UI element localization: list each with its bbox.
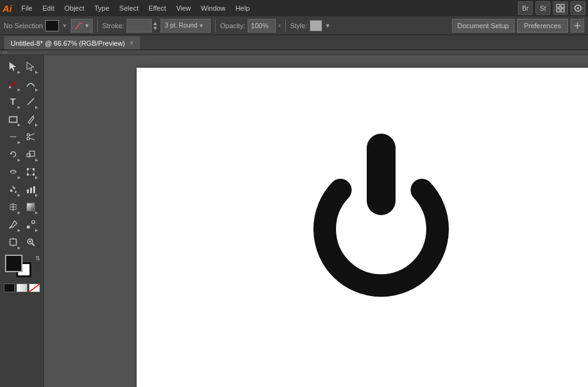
- svg-line-14: [33, 115, 34, 117]
- free-transform-tool[interactable]: ▶: [22, 163, 39, 181]
- swap-colors-icon[interactable]: ⇅: [35, 255, 40, 262]
- stroke-spinners[interactable]: ▲▼: [152, 21, 158, 31]
- svg-point-11: [9, 87, 11, 88]
- svg-line-51: [29, 284, 39, 292]
- svg-point-17: [27, 134, 29, 136]
- style-label: Style:: [290, 22, 308, 29]
- svg-rect-26: [33, 168, 34, 170]
- svg-rect-3: [561, 9, 564, 12]
- pen-tool[interactable]: ▶: [4, 75, 22, 93]
- artboard-tool[interactable]: ▶: [4, 233, 22, 251]
- gradient-tool[interactable]: ▶: [22, 198, 39, 216]
- svg-rect-42: [10, 239, 16, 245]
- select-tool[interactable]: ▶: [4, 58, 22, 75]
- svg-rect-33: [27, 189, 29, 193]
- svg-line-12: [28, 98, 34, 105]
- stroke-label: Stroke:: [102, 22, 124, 29]
- menu-file[interactable]: File: [17, 3, 37, 13]
- svg-point-18: [27, 137, 29, 140]
- curvature-tool[interactable]: ▶: [22, 75, 39, 93]
- document-tab[interactable]: Untitled-8* @ 66.67% (RGB/Preview) ×: [4, 36, 140, 50]
- opacity-input[interactable]: [248, 19, 276, 33]
- tool-row-shape: ▶ ▶: [0, 110, 43, 128]
- symbol-sprayer-tool[interactable]: ▶: [4, 181, 22, 198]
- gradient-mode-button[interactable]: [16, 284, 28, 292]
- bridge-icon[interactable]: Br: [518, 1, 533, 15]
- menu-edit[interactable]: Edit: [38, 3, 59, 13]
- sync-icon[interactable]: [570, 1, 585, 15]
- tool-row-symbol: ▶ ▶: [0, 181, 43, 198]
- blend-tool[interactable]: ▶: [22, 216, 39, 233]
- tab-close-button[interactable]: ×: [130, 40, 134, 46]
- zoom-tool[interactable]: [22, 233, 39, 251]
- menu-view[interactable]: View: [172, 3, 196, 13]
- opacity-expand[interactable]: ›: [278, 22, 280, 29]
- fill-color-swatch[interactable]: [45, 20, 59, 31]
- stroke-weight-input[interactable]: [127, 19, 152, 33]
- menu-help[interactable]: Help: [231, 3, 255, 13]
- rectangle-tool[interactable]: ▶: [4, 110, 22, 128]
- tab-bar: Untitled-8* @ 66.67% (RGB/Preview) ×: [0, 35, 588, 50]
- pencil-tool[interactable]: ▶: [22, 110, 39, 128]
- collapse-arrows-icon: «»: [3, 50, 8, 55]
- tool-row-type: T ▶ ▶: [0, 93, 43, 110]
- toolbox: ▶ ▶ ▶ ▶: [0, 55, 44, 387]
- svg-marker-9: [9, 62, 16, 71]
- tool-row-artboard: ▶: [0, 233, 43, 251]
- svg-line-48: [32, 243, 34, 246]
- menu-select[interactable]: Select: [115, 3, 143, 13]
- menu-effect[interactable]: Effect: [144, 3, 171, 13]
- selection-label: No Selection: [4, 22, 43, 29]
- color-mode-button[interactable]: [4, 284, 15, 292]
- column-graph-tool[interactable]: ▶: [22, 181, 39, 198]
- svg-rect-27: [27, 174, 29, 176]
- svg-point-40: [26, 226, 29, 229]
- collapse-bar[interactable]: «»: [0, 50, 588, 55]
- right-buttons: Document Setup Preferences: [452, 19, 584, 33]
- svg-point-29: [10, 189, 13, 192]
- canvas-area: [44, 55, 588, 387]
- scissors-tool[interactable]: [22, 128, 39, 146]
- options-toolbar: No Selection ▼ ▼ Stroke: ▲▼ 3 pt. Round …: [0, 16, 588, 35]
- type-tool[interactable]: T ▶: [4, 93, 22, 110]
- arrange-button[interactable]: [570, 19, 584, 33]
- svg-line-19: [29, 134, 34, 135]
- eyedropper-tool[interactable]: ▶: [4, 216, 22, 233]
- svg-rect-34: [30, 188, 32, 193]
- app-logo: Ai: [3, 3, 12, 14]
- tool-row-transform: ▶ ▶: [0, 146, 43, 163]
- menu-type[interactable]: Type: [90, 3, 114, 13]
- tool-row-mesh: ▶ ▶: [0, 198, 43, 216]
- svg-marker-10: [27, 62, 34, 71]
- menu-window[interactable]: Window: [197, 3, 230, 13]
- scale-tool[interactable]: ▶: [22, 146, 39, 163]
- document-setup-button[interactable]: Document Setup: [452, 19, 515, 33]
- svg-line-39: [9, 226, 11, 228]
- line-segment-tool[interactable]: ▶: [22, 93, 39, 110]
- svg-rect-52: [367, 134, 396, 215]
- style-dropdown-arrow[interactable]: ▼: [325, 23, 330, 29]
- menu-object[interactable]: Object: [60, 3, 89, 13]
- eraser-tool[interactable]: ▶: [4, 128, 22, 146]
- direct-select-tool[interactable]: ▶: [22, 58, 39, 75]
- main-area: ▶ ▶ ▶ ▶: [0, 55, 588, 387]
- rotate-tool[interactable]: ▶: [4, 146, 22, 163]
- stock-icon[interactable]: St: [535, 1, 550, 15]
- tool-row-eraser: ▶: [0, 128, 43, 146]
- svg-rect-13: [9, 117, 17, 122]
- svg-line-20: [29, 138, 34, 140]
- none-mode-button[interactable]: [29, 284, 40, 292]
- style-swatch[interactable]: [310, 20, 322, 31]
- tool-row-warp: ▶ ▶: [0, 163, 43, 181]
- preferences-button[interactable]: Preferences: [517, 19, 568, 33]
- power-icon: [293, 127, 469, 328]
- brush-selector[interactable]: ▼: [71, 19, 93, 33]
- fill-swatch[interactable]: [5, 255, 23, 272]
- svg-point-41: [31, 221, 34, 224]
- mesh-tool[interactable]: ▶: [4, 198, 22, 216]
- svg-point-30: [13, 188, 15, 189]
- artboard: [137, 68, 588, 387]
- warp-tool[interactable]: ▶: [4, 163, 22, 181]
- stroke-profile-dropdown[interactable]: 3 pt. Round ▼: [160, 19, 211, 33]
- workspace-switcher-icon[interactable]: [553, 1, 568, 15]
